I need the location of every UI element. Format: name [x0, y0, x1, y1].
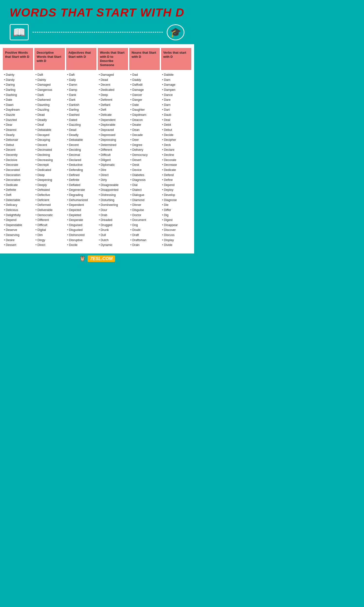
icon-row: 📖 🎓	[0, 22, 194, 44]
list-item: Domineering	[99, 202, 127, 208]
column-words-1: DaftDaintyDamagedDangerousDarkDarkenedDa…	[34, 71, 65, 249]
list-item: Dandy	[4, 78, 32, 82]
book-icon: 📖	[10, 24, 29, 40]
list-item: Deformed	[35, 202, 64, 208]
list-item: Dancer	[130, 92, 158, 98]
list-item: Decorate	[162, 158, 190, 163]
list-item: Depressing	[99, 137, 127, 143]
column-words-5: DabbleDamDamageDampenDanceDareDarnDartDa…	[161, 71, 191, 249]
list-item: Definite	[4, 187, 32, 193]
list-item: Dated	[67, 118, 95, 123]
list-item: Dedicated	[99, 87, 127, 92]
list-item: Desert	[130, 158, 158, 163]
column-header-5: Verbs that start with D	[161, 48, 191, 70]
list-item: Depressed	[99, 132, 127, 138]
list-item: Daydream	[130, 112, 158, 118]
list-item: Deck	[162, 143, 190, 148]
list-item: Desire	[4, 238, 32, 243]
list-item: Damp	[67, 87, 95, 92]
list-item: Dear	[4, 122, 32, 128]
list-item: Deserve	[4, 227, 32, 233]
list-item: Different	[35, 218, 64, 223]
list-item: Dingy	[35, 238, 64, 243]
brand-logo: 7ESL.COM	[88, 255, 115, 262]
list-item: Damage	[162, 82, 190, 87]
page-title: WORDS THAT START WITH D	[5, 6, 189, 19]
list-item: Dead	[67, 128, 95, 132]
column-header-4: Nouns that Start with D	[129, 48, 159, 70]
list-item: Delicate	[99, 112, 127, 118]
list-item: Differ	[162, 208, 190, 213]
list-item: Depend	[162, 183, 190, 188]
list-item: Darling	[4, 87, 32, 92]
list-item: Damaged	[99, 72, 127, 78]
list-item: Decrease	[162, 162, 190, 168]
list-item: Decipher	[162, 137, 190, 143]
list-item: Democracy	[130, 152, 158, 158]
list-item: Dashed	[67, 112, 95, 118]
header: WORDS THAT START WITH D	[0, 0, 194, 22]
list-item: Disguised	[67, 223, 95, 228]
list-item: Disgusted	[67, 227, 95, 233]
list-item: Dedicate	[162, 168, 190, 173]
list-item: Daughter	[130, 107, 158, 112]
word-columns: Positive Words that Start with DDescript…	[3, 48, 191, 249]
list-item: Deferent	[99, 97, 127, 103]
list-item: Daunting	[35, 103, 64, 107]
footer: 🦉 7ESL.COM	[0, 253, 194, 264]
list-item: Deliverable	[35, 208, 64, 213]
list-item: Divide	[162, 243, 190, 248]
list-item: Difficult	[35, 223, 64, 228]
list-item: Debit	[162, 122, 190, 128]
list-item: Deficient	[35, 198, 64, 203]
list-item: Decline	[162, 152, 190, 158]
list-item: Deserving	[4, 233, 32, 238]
list-item: Definite	[67, 177, 95, 183]
list-item: Draft	[130, 233, 158, 238]
list-item: Disguise	[130, 208, 158, 213]
list-item: Daddy	[130, 78, 158, 82]
list-item: Display	[162, 238, 190, 243]
list-item: Debut	[4, 143, 32, 148]
column-header-1: Descriptive Words that Start with D	[34, 48, 65, 70]
list-item: Depraved	[99, 128, 127, 132]
list-item: Daily	[67, 78, 95, 82]
list-item: Diagnose	[162, 198, 190, 203]
list-item: Damage	[130, 87, 158, 92]
list-item: Delicacy	[4, 202, 32, 208]
list-item: Distressing	[99, 193, 127, 198]
list-item: Daydream	[4, 107, 32, 112]
list-item: Diabetes	[130, 173, 158, 178]
list-item: Deacon	[130, 118, 158, 123]
list-item: Deadly	[35, 118, 64, 123]
list-item: Darkened	[35, 97, 64, 103]
list-item: Dour	[99, 208, 127, 213]
list-item: Different	[99, 147, 127, 152]
list-item: Debatable	[67, 137, 95, 143]
list-item: Decorate	[4, 162, 32, 168]
list-item: Defending	[67, 168, 95, 173]
list-item: Dreaded	[99, 218, 127, 223]
list-item: Decently	[4, 152, 32, 158]
list-item: Decent	[4, 147, 32, 152]
list-item: Dependent	[67, 202, 95, 208]
column-words-0: DaintyDandyDaringDarlingDashingDateDawnD…	[3, 71, 33, 249]
list-item: Decide	[162, 132, 190, 138]
list-item: Draftsman	[130, 238, 158, 243]
list-item: Defined	[67, 173, 95, 178]
column-header-2: Adjectives that Start with D	[66, 48, 96, 70]
list-item: Dynamic	[99, 243, 127, 248]
list-item: Develop	[162, 193, 190, 198]
list-item: Deep	[35, 173, 64, 178]
list-item: Delightfully	[4, 213, 32, 218]
list-item: Docile	[67, 243, 95, 248]
list-item: Dean	[130, 128, 158, 132]
list-item: Daft	[67, 72, 95, 78]
list-item: Dance	[162, 92, 190, 98]
list-item: Disagreeable	[99, 183, 127, 188]
list-item: Date	[4, 97, 32, 103]
list-item: Deadly	[67, 132, 95, 138]
list-item: Dabble	[162, 72, 190, 78]
list-item: Daft	[35, 72, 64, 78]
list-item: Drugged	[99, 223, 127, 228]
